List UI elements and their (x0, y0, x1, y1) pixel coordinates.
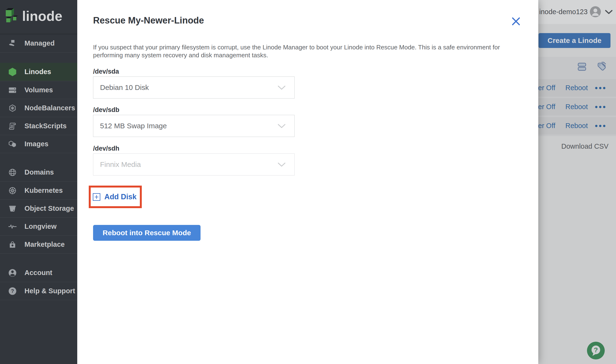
sidebar-item-label: NodeBalancers (25, 104, 75, 112)
sidebar-item-stackscripts[interactable]: StackScripts (0, 117, 77, 135)
field-label-sdh: /dev/sdh (93, 145, 119, 152)
sidebar-item-label: StackScripts (25, 122, 67, 130)
drawer-title: Rescue My-Newer-Linode (93, 15, 204, 26)
more-actions-button[interactable]: ••• (595, 98, 607, 116)
sidebar-item-label: Longview (25, 222, 57, 230)
sidebar-item-label: Images (25, 140, 49, 148)
sidebar-item-managed[interactable]: Managed (0, 34, 77, 52)
sidebar-item-label: Account (25, 269, 52, 277)
reboot-link[interactable]: Reboot (565, 98, 588, 116)
sidebar-item-kubernetes[interactable]: Kubernetes (0, 181, 77, 199)
chevron-down-icon[interactable] (605, 10, 613, 14)
sidebar-item-linodes[interactable]: Linodes (0, 63, 77, 81)
submit-label: Reboot into Rescue Mode (103, 229, 191, 237)
username-text[interactable]: inode-demo123 (539, 8, 588, 16)
sdb-select-value: 512 MB Swap Image (100, 115, 167, 137)
stackscripts-icon (7, 122, 18, 130)
help-fab-button[interactable]: ? (586, 341, 605, 360)
close-icon (511, 16, 522, 27)
managed-icon (7, 39, 18, 48)
sidebar-item-account[interactable]: Account (0, 264, 77, 282)
table-row: er Off Reboot ••• (538, 79, 616, 97)
tag-icon[interactable] (596, 61, 607, 72)
longview-icon (7, 222, 18, 231)
object-storage-icon (7, 204, 18, 213)
kubernetes-icon (7, 186, 18, 195)
table-row: er Off Reboot ••• (538, 117, 616, 134)
reboot-link[interactable]: Reboot (565, 117, 588, 134)
sidebar-item-domains[interactable]: Domains (0, 163, 77, 181)
more-actions-button[interactable]: ••• (595, 79, 607, 97)
sidebar-group-services: Domains Kubernetes (0, 163, 77, 254)
sidebar-item-label: Kubernetes (25, 187, 63, 195)
add-disk-button[interactable]: Add Disk (92, 189, 136, 204)
group-by-tag-icon[interactable] (577, 62, 587, 72)
sidebar-item-longview[interactable]: Longview (0, 217, 77, 235)
sidebar-item-images[interactable]: Images (0, 135, 77, 153)
sidebar-item-help-support[interactable]: ? Help & Support (0, 282, 77, 300)
sdh-select-value: Finnix Media (100, 154, 141, 175)
volumes-icon (7, 86, 18, 94)
help-icon: ? (7, 286, 18, 296)
sidebar-item-marketplace[interactable]: Marketplace (0, 235, 77, 253)
more-actions-button[interactable]: ••• (595, 117, 607, 134)
field-label-sda: /dev/sda (93, 68, 119, 75)
sdb-select[interactable]: 512 MB Swap Image (93, 115, 295, 137)
sidebar-group-account: Account ? Help & Support (0, 264, 77, 300)
chevron-down-icon (277, 85, 286, 90)
power-off-link[interactable]: er Off (538, 98, 555, 116)
sda-select[interactable]: Debian 10 Disk (93, 77, 295, 99)
field-label-sdb: /dev/sdb (93, 106, 119, 114)
close-button[interactable] (511, 16, 522, 27)
marketplace-icon (7, 240, 18, 249)
sidebar-item-label: Domains (25, 168, 54, 176)
avatar[interactable] (590, 6, 601, 17)
sidebar-item-volumes[interactable]: Volumes (0, 81, 77, 99)
power-off-link[interactable]: er Off (538, 117, 555, 134)
sidebar-item-nodebalancers[interactable]: NodeBalancers (0, 99, 77, 117)
reboot-into-rescue-mode-button[interactable]: Reboot into Rescue Mode (93, 225, 200, 241)
linode-logo-text: linode (22, 8, 62, 24)
create-linode-button[interactable]: Create a Linode (538, 33, 611, 48)
linodes-icon (7, 67, 18, 77)
nodebalancers-icon (7, 104, 18, 112)
rescue-drawer: Rescue My-Newer-Linode If you suspect th… (77, 0, 538, 364)
sidebar-item-label: Help & Support (25, 287, 75, 295)
add-disk-label: Add Disk (104, 193, 136, 201)
power-off-link[interactable]: er Off (538, 79, 555, 97)
linode-logo[interactable]: linode (0, 0, 77, 34)
sidebar: linode Managed Linodes (0, 0, 77, 364)
images-icon (7, 140, 18, 148)
sidebar-item-label: Object Storage (25, 205, 74, 212)
sidebar-item-object-storage[interactable]: Object Storage (0, 199, 77, 217)
sidebar-item-label: Managed (25, 39, 55, 47)
drawer-description: If you suspect that your primary filesys… (93, 43, 519, 59)
plus-icon (92, 193, 101, 201)
account-icon (7, 268, 18, 277)
linode-logo-icon (4, 6, 19, 26)
sda-select-value: Debian 10 Disk (100, 77, 149, 98)
download-csv-link[interactable]: Download CSV (561, 143, 609, 150)
reboot-link[interactable]: Reboot (565, 79, 588, 97)
domains-icon (7, 168, 18, 177)
svg-text:?: ? (11, 288, 14, 294)
sidebar-item-label: Marketplace (25, 241, 65, 248)
annotation-highlight: Add Disk (89, 186, 142, 208)
create-linode-label: Create a Linode (547, 37, 601, 45)
table-row: er Off Reboot ••• (538, 98, 616, 116)
sidebar-group-compute: Linodes Volumes (0, 63, 77, 153)
svg-text:?: ? (594, 346, 598, 354)
sidebar-group-managed: Managed (0, 34, 77, 53)
sidebar-item-label: Linodes (25, 68, 51, 76)
sidebar-item-label: Volumes (25, 86, 53, 94)
sdh-select[interactable]: Finnix Media (93, 154, 295, 176)
chevron-down-icon (277, 124, 286, 129)
chevron-down-icon (277, 162, 286, 167)
